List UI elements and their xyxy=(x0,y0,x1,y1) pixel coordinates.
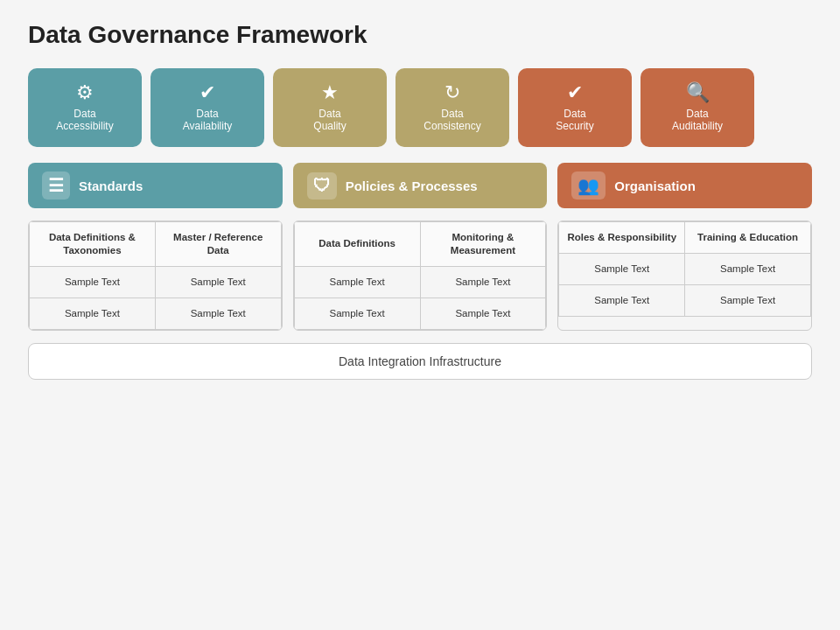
data-quality-label: Data Quality xyxy=(313,108,346,132)
col1-header-standards: Data Definitions & Taxonomies xyxy=(30,222,156,267)
organisation-icon: 👥 xyxy=(571,172,606,200)
icon-card-data-auditability: 🔍 Data Auditability xyxy=(640,68,754,147)
col1-row2-standards: Sample Text xyxy=(30,298,156,329)
grid-section-organisation: Roles & Responsibility Training & Educat… xyxy=(557,220,812,331)
table-row-2-organisation: Sample Text Sample Text xyxy=(559,284,811,316)
table-row-1-standards: Sample Text Sample Text xyxy=(30,266,282,298)
col1-row2-policies-processes: Sample Text xyxy=(294,298,420,329)
col2-row1-policies-processes: Sample Text xyxy=(420,266,546,298)
table-row-2-policies-processes: Sample Text Sample Text xyxy=(294,298,546,329)
section-header-standards: ☰ Standards xyxy=(28,163,283,208)
table-row-2-standards: Sample Text Sample Text xyxy=(30,298,282,329)
page-title: Data Governance Framework xyxy=(28,21,812,49)
data-availability-label: Data Availability xyxy=(183,108,232,132)
col2-row1-organisation: Sample Text xyxy=(685,253,811,284)
table-row-header-organisation: Roles & Responsibility Training & Educat… xyxy=(559,222,811,254)
data-accessibility-label: Data Accessibility xyxy=(56,108,113,132)
standards-icon: ☰ xyxy=(42,172,70,200)
data-auditability-icon: 🔍 xyxy=(686,83,710,102)
policies-processes-icon: 🛡 xyxy=(307,172,337,200)
section-header-policies-processes: 🛡 Policies & Processes xyxy=(293,163,548,208)
icon-card-data-consistency: ↻ Data Consistency xyxy=(396,68,509,147)
icon-card-data-availability: ✔ Data Availability xyxy=(150,68,264,147)
footer-bar: Data Integration Infrastructure xyxy=(28,343,812,380)
data-security-icon: ✔ xyxy=(567,83,583,102)
col2-row2-organisation: Sample Text xyxy=(685,284,811,316)
data-auditability-label: Data Auditability xyxy=(672,108,723,132)
col2-row2-standards: Sample Text xyxy=(155,298,281,329)
section-headers-row: ☰ Standards 🛡 Policies & Processes 👥 Org… xyxy=(28,163,812,208)
data-accessibility-icon: ⚙ xyxy=(76,83,94,102)
icon-card-data-accessibility: ⚙ Data Accessibility xyxy=(28,68,142,147)
data-security-label: Data Security xyxy=(556,108,593,132)
data-quality-icon: ★ xyxy=(321,83,339,102)
col1-row2-organisation: Sample Text xyxy=(559,284,685,316)
policies-processes-label: Policies & Processes xyxy=(346,178,478,193)
col1-row1-standards: Sample Text xyxy=(30,266,156,298)
grid-section-policies-processes: Data Definitions Monitoring & Measuremen… xyxy=(293,220,548,331)
grid-section-standards: Data Definitions & Taxonomies Master / R… xyxy=(28,220,283,331)
table-row-1-organisation: Sample Text Sample Text xyxy=(559,253,811,284)
table-row-header-policies-processes: Data Definitions Monitoring & Measuremen… xyxy=(294,222,546,267)
col1-row1-organisation: Sample Text xyxy=(559,253,685,284)
icon-cards-row: ⚙ Data Accessibility ✔ Data Availability… xyxy=(28,68,812,147)
col2-row2-policies-processes: Sample Text xyxy=(420,298,546,329)
col2-header-standards: Master / Reference Data xyxy=(155,222,281,267)
table-row-header-standards: Data Definitions & Taxonomies Master / R… xyxy=(30,222,282,267)
organisation-label: Organisation xyxy=(614,178,696,193)
grid-table-organisation: Roles & Responsibility Training & Educat… xyxy=(558,221,811,317)
icon-card-data-quality: ★ Data Quality xyxy=(273,68,387,147)
grid-table-standards: Data Definitions & Taxonomies Master / R… xyxy=(29,221,282,330)
grids-row: Data Definitions & Taxonomies Master / R… xyxy=(28,220,812,331)
col2-header-policies-processes: Monitoring & Measurement xyxy=(420,222,546,267)
col2-header-organisation: Training & Education xyxy=(685,222,811,254)
section-header-organisation: 👥 Organisation xyxy=(557,163,812,208)
data-consistency-label: Data Consistency xyxy=(424,108,480,132)
grid-table-policies-processes: Data Definitions Monitoring & Measuremen… xyxy=(294,221,547,330)
col1-row1-policies-processes: Sample Text xyxy=(294,266,420,298)
col1-header-organisation: Roles & Responsibility xyxy=(559,222,685,254)
col1-header-policies-processes: Data Definitions xyxy=(294,222,420,267)
col2-row1-standards: Sample Text xyxy=(155,266,281,298)
data-availability-icon: ✔ xyxy=(200,83,215,102)
standards-label: Standards xyxy=(79,178,143,193)
table-row-1-policies-processes: Sample Text Sample Text xyxy=(294,266,546,298)
data-consistency-icon: ↻ xyxy=(444,83,460,102)
icon-card-data-security: ✔ Data Security xyxy=(518,68,632,147)
